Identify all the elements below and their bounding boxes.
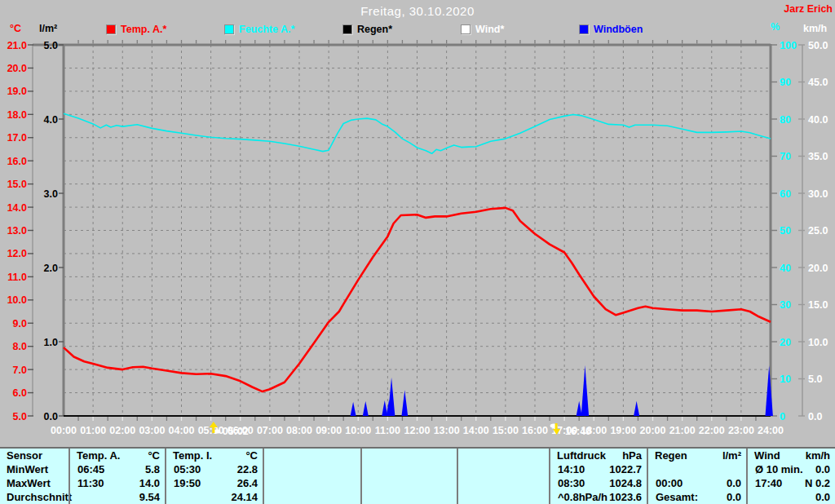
x-tick-label: 24:00: [758, 425, 784, 436]
rain-tick-label: 4.0: [44, 114, 58, 126]
x-tick-label: 20:00: [640, 425, 666, 436]
hum-tick-label: 0: [780, 411, 785, 422]
cell-time: 06:45: [70, 463, 121, 475]
wind-tick-label: 50.0: [808, 40, 828, 51]
cell-value: 5.8: [121, 463, 165, 475]
col-header: Temp. I.: [166, 449, 245, 462]
cell-value: 1022.7: [602, 463, 647, 475]
x-tick-label: 21:00: [669, 425, 696, 436]
cell-time: 00:00: [648, 477, 700, 489]
x-tick-label: 04:00: [169, 425, 195, 436]
wind-tick-label: 20.0: [808, 263, 828, 274]
wind-tick-label: 0.0: [808, 411, 822, 422]
table-row: 9.54: [70, 490, 165, 504]
cell-time: 11:30: [70, 477, 121, 489]
wind-tick-label: 30.0: [808, 188, 828, 200]
col-header: Temp. A.: [70, 449, 148, 462]
temp-tick-label: 16.0: [7, 156, 27, 167]
col-unit: °C: [245, 449, 263, 462]
table-row: 17:40N 0.2: [748, 476, 835, 490]
temp-tick-label: 15.0: [7, 179, 27, 190]
wind-tick-label: 10.0: [808, 337, 828, 348]
cell-value: 0.0: [803, 463, 835, 475]
x-tick-label: 14:00: [463, 425, 489, 436]
cell-value: 0.0: [794, 491, 835, 503]
table-row: [458, 462, 549, 476]
wind-tick-label: 5.0: [808, 374, 822, 385]
table-row: 06:455.8: [70, 462, 165, 476]
sunrise-time-label: 05:02: [223, 426, 249, 437]
rain-tick-label: 2.0: [44, 263, 58, 274]
table-row: 05:3022.8: [166, 462, 263, 476]
table-row: 0.0: [748, 490, 835, 504]
temp-tick-label: 21.0: [7, 40, 27, 51]
windgust-spike: [577, 401, 582, 416]
cell-value: 22.8: [218, 463, 263, 475]
cell-value: 26.4: [218, 477, 263, 489]
col-unit: km/h: [806, 449, 835, 462]
table-row-labels: SensorMinWertMaxWertDurchschnitt: [0, 449, 68, 504]
cell-time: ^0.8hPa/h: [550, 491, 607, 503]
table-row: Ø 10 min.0.0: [748, 462, 835, 476]
x-tick-label: 00:00: [51, 425, 77, 436]
hum-tick-label: 30: [780, 299, 791, 311]
x-tick-label: 19:00: [610, 425, 636, 436]
rain-tick-label: 0.0: [44, 411, 58, 422]
table-col-temp-a-: Temp. A.°C06:455.811:3014.09.54: [68, 449, 165, 504]
windgust-spike: [634, 401, 639, 416]
temp-tick-label: 5.0: [13, 411, 27, 422]
temp-tick-label: 9.0: [13, 318, 27, 329]
cell-time: 14:10: [550, 463, 602, 475]
temp-tick-label: 6.0: [13, 387, 27, 399]
wind-tick-label: 45.0: [808, 77, 828, 88]
hum-tick-label: 90: [780, 77, 791, 88]
wind-tick-label: 35.0: [808, 151, 828, 162]
table-row: 08:301024.8: [550, 476, 647, 490]
cell-value: 14.0: [121, 477, 165, 489]
hum-tick-label: 40: [780, 263, 791, 274]
table-col-wind: Windkm/hØ 10 min.0.017:40N 0.20.0: [746, 449, 835, 504]
hum-tick-label: 80: [780, 114, 791, 126]
x-tick-label: 01:00: [80, 425, 106, 436]
table-row: [264, 490, 360, 504]
cell-value: 0.0: [700, 477, 746, 489]
x-tick-label: 23:00: [728, 425, 754, 436]
table-col-empty-3: [263, 449, 360, 504]
hum-tick-label: 20: [780, 337, 791, 348]
temp-tick-label: 12.0: [7, 248, 27, 259]
hum-tick-label: 60: [780, 188, 791, 200]
wind-tick-label: 40.0: [808, 114, 828, 126]
x-tick-label: 07:00: [257, 425, 283, 436]
cell-value: 1023.6: [607, 491, 647, 503]
x-tick-label: 12:00: [404, 425, 431, 436]
temp-tick-label: 13.0: [7, 225, 27, 237]
windgust-spike: [581, 365, 589, 416]
table-col-empty-4: [360, 449, 457, 504]
temp-tick-label: 10.0: [7, 294, 27, 306]
table-row: 00:000.0: [648, 476, 746, 490]
cell-value: 9.54: [121, 491, 165, 503]
cell-value: N 0.2: [794, 477, 835, 489]
table-row: [458, 490, 549, 504]
col-unit: hPa: [622, 449, 647, 462]
hum-tick-label: 50: [780, 225, 791, 237]
x-tick-label: 11:00: [375, 425, 400, 436]
temp-tick-label: 11.0: [7, 272, 27, 283]
row-label: MaxWert: [0, 477, 68, 489]
temp-tick-label: 7.0: [13, 365, 27, 376]
sunset-time-label: 16:40: [565, 426, 591, 437]
rain-tick-label: 3.0: [44, 188, 58, 200]
table-row: 19:5026.4: [166, 476, 263, 490]
table-row: Gesamt:0.0: [648, 490, 746, 504]
cell-value: 0.0: [700, 491, 746, 503]
wind-tick-label: 25.0: [808, 225, 828, 237]
weather-app-window: Freitag, 30.10.2020 Jarz Erich °C l/m² %…: [0, 0, 835, 504]
temp-tick-label: 17.0: [7, 132, 27, 144]
table-row: [458, 476, 549, 490]
temp-tick-label: 14.0: [7, 202, 27, 214]
hum-tick-label: 10: [780, 374, 791, 385]
hum-tick-label: 100: [780, 40, 797, 51]
table-corner-header: Sensor: [0, 449, 68, 462]
cell-value: 24.14: [218, 491, 263, 503]
x-tick-label: 15:00: [493, 425, 519, 436]
